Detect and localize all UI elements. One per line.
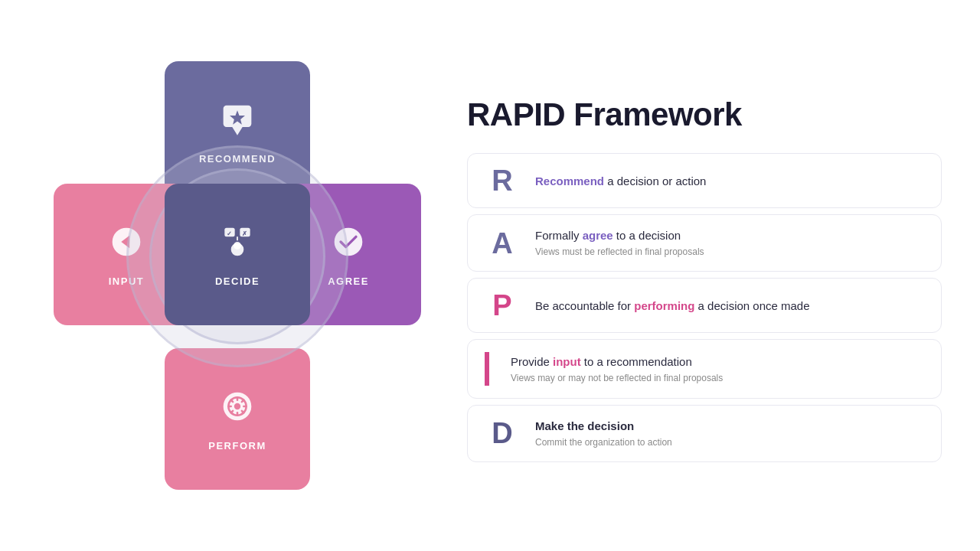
svg-line-20 xyxy=(242,410,244,412)
letter-d: D xyxy=(485,419,520,448)
card-i: Provide input to a recommendation Views … xyxy=(467,339,942,399)
i-highlight: input xyxy=(553,355,581,368)
diagram-side: RECOMMEND INPUT ✓ xyxy=(38,23,436,528)
card-r: R Recommend a decision or action xyxy=(467,153,942,208)
right-side: RAPID Framework R Recommend a decision o… xyxy=(467,89,942,462)
card-p-main: Be accountable for performing a decision… xyxy=(535,298,810,314)
p-highlight: performing xyxy=(634,299,694,312)
perform-label: PERFORM xyxy=(208,440,266,452)
letter-a: A xyxy=(485,229,520,258)
decide-label: DECIDE xyxy=(215,276,260,287)
letter-r: R xyxy=(485,166,520,195)
card-i-main: Provide input to a recommendation xyxy=(511,354,723,370)
card-d-text: Make the decision Commit the organizatio… xyxy=(535,418,672,449)
card-perform: PERFORM xyxy=(165,348,310,490)
svg-text:✗: ✗ xyxy=(242,229,248,236)
a-highlight: agree xyxy=(583,229,613,242)
svg-line-19 xyxy=(231,399,234,402)
card-d-sub: Commit the organization to action xyxy=(535,436,672,449)
perform-icon xyxy=(218,387,256,432)
letter-p: P xyxy=(485,291,520,320)
card-r-text: Recommend a decision or action xyxy=(535,173,706,189)
recommend-icon xyxy=(218,100,256,145)
letter-i xyxy=(485,352,495,386)
cross-layout: RECOMMEND INPUT ✓ xyxy=(54,61,421,490)
svg-text:✓: ✓ xyxy=(227,229,233,236)
card-a: A Formally agree to a decision Views mus… xyxy=(467,214,942,272)
card-p: P Be accountable for performing a decisi… xyxy=(467,278,942,333)
card-a-sub: Views must be reflected in final proposa… xyxy=(535,246,704,259)
card-d: D Make the decision Commit the organizat… xyxy=(467,405,942,462)
r-highlight: Recommend xyxy=(535,174,604,187)
card-p-text: Be accountable for performing a decision… xyxy=(535,298,810,314)
svg-point-14 xyxy=(234,403,240,409)
main-container: RECOMMEND INPUT ✓ xyxy=(0,0,980,551)
card-i-sub: Views may or may not be reflected in fin… xyxy=(511,372,723,385)
svg-point-9 xyxy=(234,242,241,249)
svg-line-21 xyxy=(242,399,244,402)
card-a-main: Formally agree to a decision xyxy=(535,227,704,243)
card-d-main: Make the decision xyxy=(535,418,672,434)
card-a-text: Formally agree to a decision Views must … xyxy=(535,227,704,259)
svg-line-22 xyxy=(231,410,234,412)
page-title: RAPID Framework xyxy=(467,96,942,133)
card-i-text: Provide input to a recommendation Views … xyxy=(511,354,723,385)
decide-icon: ✓ ✗ xyxy=(218,223,256,268)
card-decide: ✓ ✗ DECIDE xyxy=(165,184,310,325)
card-r-main: Recommend a decision or action xyxy=(535,173,706,189)
